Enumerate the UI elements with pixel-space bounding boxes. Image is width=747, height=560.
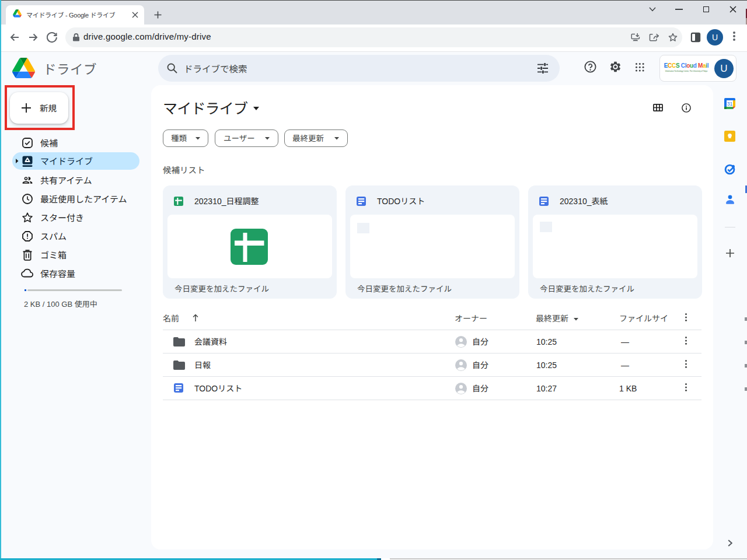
svg-text:31: 31 [727, 101, 733, 107]
